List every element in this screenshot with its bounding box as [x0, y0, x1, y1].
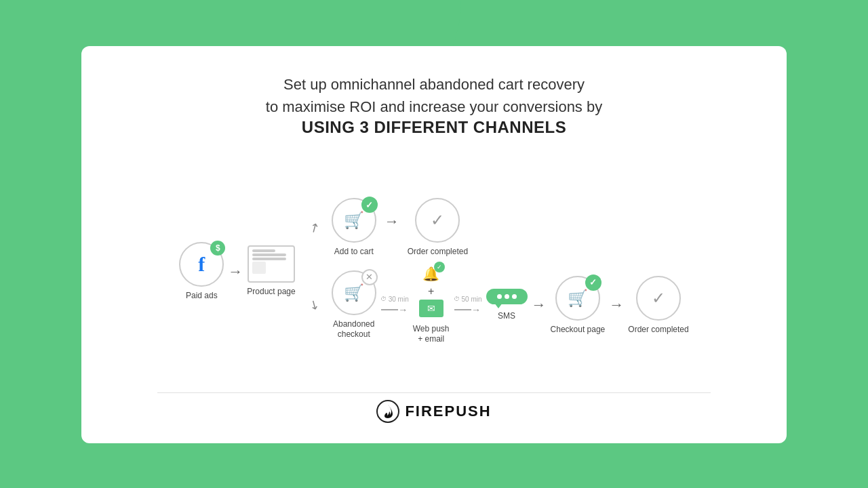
x-badge: ✕ [361, 269, 378, 285]
brand-name: FIREPUSH [405, 403, 491, 420]
sms-bubble-tail [494, 303, 502, 308]
add-to-cart-label: Add to cart [334, 247, 374, 258]
main-card: Set up omnichannel abandoned cart recove… [81, 46, 787, 443]
header-line3: USING 3 DIFFERENT CHANNELS [266, 118, 602, 137]
paid-ads-block: $ f Paid ads [179, 242, 224, 302]
bell-wrapper: 🔔 ✓ [422, 266, 439, 282]
arrow-head-1: → [398, 304, 408, 315]
order-completed-upper-block: ✓ Order completed [408, 198, 468, 258]
cart-icon-3: 🛒 [568, 289, 588, 308]
header: Set up omnichannel abandoned cart recove… [266, 73, 602, 137]
pp-line-1 [252, 249, 275, 252]
sms-dot-3 [512, 294, 517, 299]
header-line1: Set up omnichannel abandoned cart recove… [266, 73, 602, 96]
sms-block: SMS [486, 289, 528, 322]
separator [157, 392, 711, 393]
check-icon-lower: ✓ [652, 289, 665, 308]
product-page-label: Product page [247, 287, 295, 298]
order-completed-lower-icon: ✓ [636, 276, 681, 321]
add-to-cart-block: ✓ 🛒 Add to cart [332, 198, 376, 258]
checkout-page-label: Checkout page [551, 325, 606, 336]
checkout-page-icon: ✓ 🛒 [555, 276, 600, 321]
logo-circle [376, 400, 399, 423]
facebook-icon: f [198, 253, 205, 276]
arrow-cart-to-order: → [384, 214, 399, 229]
order-completed-lower-label: Order completed [628, 325, 688, 336]
arrow-checkout-to-order: → [609, 298, 624, 312]
check-icon-upper: ✓ [431, 211, 444, 230]
product-page-block: Product page [247, 245, 295, 298]
arrow-line-2 [454, 309, 471, 310]
sms-dot-1 [497, 294, 502, 299]
sms-bubble-wrapper [486, 289, 528, 304]
web-push-email-label: Web push+ email [413, 324, 450, 345]
abandoned-checkout-icon: ✕ 🛒 [332, 270, 376, 315]
arrow-sms-to-checkout: → [532, 298, 547, 312]
header-line2: to maximise ROI and increase your conver… [266, 96, 602, 118]
paid-ads-label: Paid ads [186, 291, 218, 302]
add-to-cart-icon: ✓ 🛒 [332, 198, 376, 243]
pp-line-2 [252, 253, 286, 256]
cart-icon-2: 🛒 [344, 283, 364, 302]
plus-sign: + [428, 286, 434, 297]
bell-check: ✓ [434, 262, 445, 272]
web-push-email-block: 🔔 ✓ + ✉ Web push+ email [413, 266, 450, 345]
arrow-line-1 [381, 309, 398, 310]
sms-bubble [486, 289, 528, 304]
checkout-page-block: ✓ 🛒 Checkout page [551, 276, 606, 336]
paid-ads-icon: $ f [179, 242, 224, 287]
pp-line-3 [252, 258, 286, 260]
cart-icon-1: 🛒 [344, 211, 364, 230]
arrow-paid-to-product: → [228, 264, 243, 279]
sms-label: SMS [498, 311, 515, 322]
timer-1: ⏱ 30 min [380, 296, 409, 303]
product-page-icon [248, 245, 295, 283]
sms-dot-2 [505, 294, 509, 299]
abandoned-checkout-block: ✕ 🛒 Abandonedcheckout [332, 270, 376, 340]
flow-diagram: $ f Paid ads → Product page ↗ [108, 157, 760, 386]
email-icon: ✉ [419, 300, 443, 317]
abandoned-checkout-label: Abandonedcheckout [333, 319, 374, 340]
timer-2: ⏱ 50 min [454, 296, 482, 303]
order-completed-lower-block: ✓ Order completed [628, 276, 688, 336]
green-check-badge-2: ✓ [585, 274, 601, 291]
footer: FIREPUSH [376, 400, 491, 423]
dollar-badge: $ [210, 241, 225, 256]
order-completed-upper-icon: ✓ [415, 198, 460, 243]
order-completed-upper-label: Order completed [408, 247, 468, 258]
firepush-logo: FIREPUSH [376, 400, 491, 423]
pp-rect [252, 262, 266, 274]
fire-icon [382, 405, 394, 418]
arrow-head-2: → [471, 304, 481, 315]
green-check-badge-1: ✓ [361, 197, 378, 213]
